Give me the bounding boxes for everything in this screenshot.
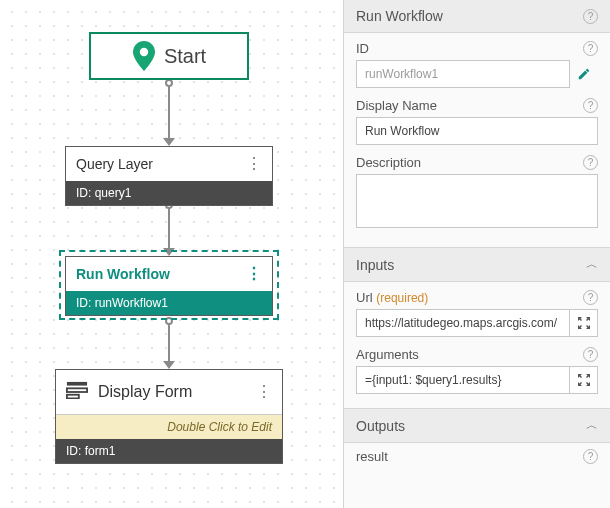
kebab-icon[interactable]: ⋮ [246, 159, 262, 169]
chevron-up-icon[interactable]: ︿ [586, 256, 598, 273]
display-name-label: Display Name [356, 98, 437, 113]
form-icon [66, 381, 88, 403]
svg-rect-2 [67, 388, 87, 392]
help-icon[interactable]: ? [583, 9, 598, 24]
output-name: result [356, 449, 388, 464]
arguments-input[interactable] [356, 366, 570, 394]
pencil-icon[interactable] [570, 60, 598, 88]
node-title: Query Layer [76, 156, 153, 172]
map-pin-icon [132, 41, 156, 71]
node-id-bar: ID: query1 [66, 181, 272, 205]
inputs-title: Inputs [356, 257, 394, 273]
url-label: Url [356, 290, 373, 305]
svg-rect-3 [67, 395, 79, 399]
outputs-title: Outputs [356, 418, 405, 434]
run-workflow-node[interactable]: Run Workflow ⋮ ID: runWorkflow1 [65, 256, 273, 316]
description-label: Description [356, 155, 421, 170]
svg-rect-1 [67, 382, 87, 386]
panel-header: Run Workflow ? [344, 0, 610, 33]
arguments-label: Arguments [356, 347, 419, 362]
connector [168, 82, 170, 140]
description-input[interactable] [356, 174, 598, 228]
edit-hint[interactable]: Double Click to Edit [56, 414, 282, 439]
node-id-bar: ID: form1 [56, 439, 282, 463]
required-tag: (required) [376, 291, 428, 305]
connector-origin-dot [165, 79, 173, 87]
expand-icon[interactable] [570, 366, 598, 394]
help-icon[interactable]: ? [583, 290, 598, 305]
panel-title: Run Workflow [356, 8, 443, 24]
inputs-header[interactable]: Inputs ︿ [344, 247, 610, 282]
help-icon[interactable]: ? [583, 155, 598, 170]
id-input[interactable] [356, 60, 570, 88]
node-title: Display Form [98, 383, 246, 401]
help-icon[interactable]: ? [583, 98, 598, 113]
start-label: Start [164, 45, 206, 68]
outputs-header[interactable]: Outputs ︿ [344, 408, 610, 443]
display-form-node[interactable]: Display Form ⋮ Double Click to Edit ID: … [55, 369, 283, 464]
start-node[interactable]: Start [89, 32, 249, 80]
kebab-icon[interactable]: ⋮ [256, 387, 272, 397]
expand-icon[interactable] [570, 309, 598, 337]
id-label: ID [356, 41, 369, 56]
arrowhead-icon [163, 361, 175, 369]
properties-panel: Run Workflow ? ID ? Display Name [343, 0, 610, 508]
connector [168, 320, 170, 363]
workflow-canvas[interactable]: Start Query Layer ⋮ ID: query1 Run Workf… [0, 0, 343, 508]
help-icon[interactable]: ? [583, 41, 598, 56]
arrowhead-icon [163, 138, 175, 146]
help-icon[interactable]: ? [583, 449, 598, 464]
query-layer-node[interactable]: Query Layer ⋮ ID: query1 [65, 146, 273, 206]
url-input[interactable] [356, 309, 570, 337]
node-title: Run Workflow [76, 266, 170, 282]
kebab-icon[interactable]: ⋮ [246, 269, 262, 279]
display-name-input[interactable] [356, 117, 598, 145]
connector [168, 204, 170, 250]
help-icon[interactable]: ? [583, 347, 598, 362]
chevron-up-icon[interactable]: ︿ [586, 417, 598, 434]
svg-point-0 [140, 48, 148, 56]
node-id-bar: ID: runWorkflow1 [66, 291, 272, 315]
